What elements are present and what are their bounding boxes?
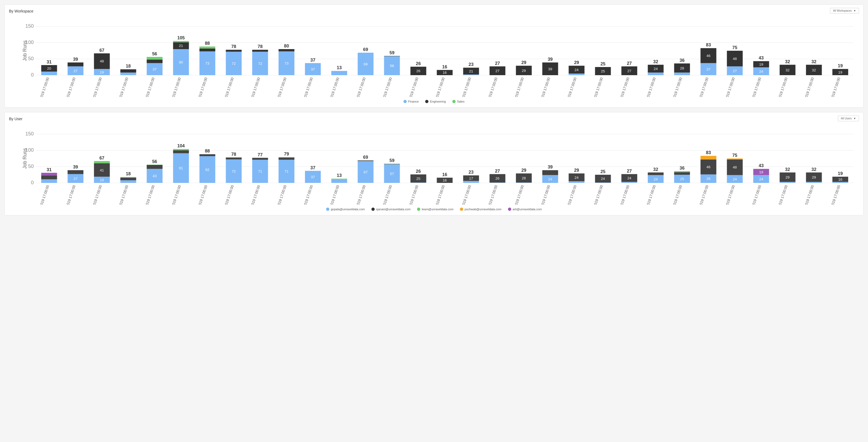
- legend-item: Finance: [403, 100, 418, 103]
- user-chart-legend: gopala@unraveldata.comsjanani@unraveldat…: [9, 208, 859, 211]
- workspace-chart-title: By Workspace: [9, 9, 859, 13]
- chevron-down-icon-2: ▼: [853, 117, 856, 120]
- user-dropdown[interactable]: All Users ▼: [838, 115, 859, 121]
- legend-item: pschwab@unraveldata.com: [460, 208, 501, 211]
- workspace-chart-inner: [22, 15, 859, 98]
- legend-item: arti@unraveldata.com: [508, 208, 542, 211]
- chevron-down-icon: ▼: [853, 9, 856, 12]
- workspace-dropdown-label: All Workspaces: [833, 9, 852, 12]
- legend-item: sjanani@unraveldata.com: [371, 208, 410, 211]
- legend-item: gopala@unraveldata.com: [326, 208, 365, 211]
- user-chart-title: By User: [9, 117, 859, 121]
- legend-item: team@unraveldata.com: [417, 208, 454, 211]
- legend-item: Sales: [452, 100, 465, 103]
- workspace-chart-area: [9, 15, 859, 98]
- user-chart-inner: [22, 123, 859, 205]
- workspace-chart-legend: FinanceEngineeringSales: [9, 100, 859, 103]
- user-dropdown-label: All Users: [841, 117, 852, 120]
- user-chart-area: [9, 123, 859, 205]
- workspace-chart-container: By Workspace All Workspaces ▼ ≡ FinanceE…: [4, 4, 864, 108]
- legend-item: Engineering: [425, 100, 446, 103]
- user-chart-container: By User All Users ▼ ≡ gopala@unraveldata…: [4, 112, 864, 215]
- workspace-dropdown[interactable]: All Workspaces ▼: [830, 8, 859, 13]
